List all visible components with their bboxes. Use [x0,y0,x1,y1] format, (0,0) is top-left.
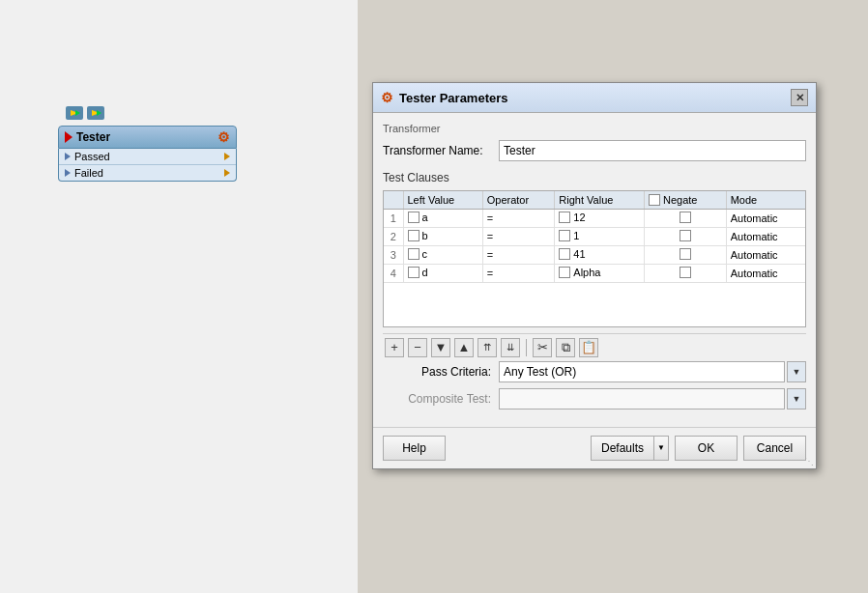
cell-negate-2[interactable] [644,228,726,246]
col-negate: Negate [644,191,726,210]
port-failed[interactable]: Failed [59,165,236,181]
cut-button[interactable]: ✂ [533,338,552,357]
left-checkbox-1[interactable] [408,212,420,223]
test-clauses-section-label: Test Clauses [383,171,806,184]
mini-icon-2 [87,106,104,120]
test-clauses-table-container: Left Value Operator Right Value Negate [383,190,806,327]
paste-button[interactable]: 📋 [579,338,598,357]
dialog-title-text: Tester Parameters [399,91,508,105]
col-operator: Operator [482,191,555,210]
dialog-close-button[interactable]: ✕ [791,89,808,106]
add-row-button[interactable]: + [385,338,404,357]
svg-marker-1 [75,110,80,116]
cell-left-4[interactable]: d [403,265,482,283]
composite-input-wrapper: ▼ [499,388,806,409]
composite-test-input[interactable] [499,388,785,409]
right-checkbox-3[interactable] [559,248,570,260]
right-checkbox-2[interactable] [559,230,570,241]
dialog-body: Transformer Transformer Name: Test Claus… [373,113,816,427]
transformer-name-label: Transformer Name: [383,144,499,157]
canvas-area: Tester ⚙ Passed Failed [0,0,358,593]
table-row[interactable]: 2 b = 1 [384,228,805,246]
port-failed-label: Failed [74,167,103,179]
right-checkbox-4[interactable] [559,267,570,278]
cell-left-1[interactable]: a [403,210,482,228]
cell-right-1[interactable]: 12 [555,210,645,228]
cancel-button[interactable]: Cancel [743,436,806,461]
help-button[interactable]: Help [383,436,446,461]
right-checkbox-1[interactable] [559,212,570,223]
transformer-name-row: Transformer Name: [383,140,806,161]
negate-header-checkbox[interactable] [649,194,660,206]
cell-right-4[interactable]: Alpha [555,265,645,283]
resize-handle[interactable]: ⋱ [804,456,814,466]
move-top-button[interactable]: ⇈ [477,338,497,357]
node-title: Tester [76,130,110,144]
cell-negate-3[interactable] [644,246,726,265]
composite-test-dropdown-btn[interactable]: ▼ [787,388,806,409]
right-val-2: 1 [573,230,579,241]
col-mode: Mode [726,191,805,210]
mini-icon-1 [66,106,83,120]
cell-op-4: = [482,265,555,283]
port-passed-arrow-out [224,153,230,160]
row-num-1: 1 [384,210,403,228]
test-clauses-table: Left Value Operator Right Value Negate [384,191,805,326]
pass-criteria-dropdown-btn[interactable]: ▼ [787,361,806,382]
node-header: Tester ⚙ [58,126,237,149]
composite-test-label: Composite Test: [383,392,499,406]
right-val-1: 12 [573,212,585,223]
tester-node[interactable]: Tester ⚙ Passed Failed [58,126,237,182]
negate-checkbox-3[interactable] [680,248,691,260]
negate-checkbox-4[interactable] [680,267,691,278]
left-checkbox-4[interactable] [408,267,420,278]
left-val-4: d [422,267,428,278]
col-num [384,191,403,210]
cell-mode-2: Automatic [726,228,805,246]
row-num-3: 3 [384,246,403,265]
pass-criteria-select[interactable]: Any Test (OR)All Tests (AND) [499,361,785,382]
footer-left: Help [383,436,446,461]
dialog-footer: Help Defaults ▼ OK Cancel [373,427,816,468]
left-val-2: b [422,230,428,241]
negate-checkbox-2[interactable] [680,230,691,241]
cell-right-3[interactable]: 41 [555,246,645,265]
transformer-name-input[interactable] [499,140,806,161]
cell-negate-4[interactable] [644,265,726,283]
cell-mode-1: Automatic [726,210,805,228]
gear-icon[interactable]: ⚙ [217,129,230,145]
ok-button[interactable]: OK [675,436,738,461]
pass-criteria-select-wrapper: Any Test (OR)All Tests (AND) ▼ [499,361,806,382]
left-checkbox-3[interactable] [408,248,420,260]
negate-checkbox-1[interactable] [680,212,691,223]
node-ports: Passed Failed [58,149,237,182]
table-row[interactable]: 4 d = Alph [384,265,805,283]
row-num-2: 2 [384,228,403,246]
cell-left-2[interactable]: b [403,228,482,246]
copy-button[interactable]: ⧉ [556,338,575,357]
table-row[interactable]: 3 c = 41 [384,246,805,265]
defaults-arrow-button[interactable]: ▼ [653,436,669,461]
right-val-4: Alpha [573,267,600,278]
tester-parameters-dialog: ⚙ Tester Parameters ✕ Transformer Transf… [372,82,817,469]
cell-op-1: = [482,210,555,228]
cell-negate-1[interactable] [644,210,726,228]
transformer-section-label: Transformer [383,123,806,134]
dialog-title: ⚙ Tester Parameters [381,90,508,105]
cell-right-2[interactable]: 1 [555,228,645,246]
pass-criteria-row: Pass Criteria: Any Test (OR)All Tests (A… [383,361,806,382]
move-down-button[interactable]: ▼ [431,338,450,357]
composite-test-row: Composite Test: ▼ [383,388,806,409]
svg-marker-3 [97,110,101,116]
footer-right: Defaults ▼ OK Cancel [591,436,806,461]
dialog-title-icon: ⚙ [381,90,393,105]
port-passed[interactable]: Passed [59,149,236,165]
remove-row-button[interactable]: − [408,338,427,357]
table-row[interactable]: 1 a = 12 [384,210,805,228]
left-checkbox-2[interactable] [408,230,420,241]
cell-left-3[interactable]: c [403,246,482,265]
defaults-main-button[interactable]: Defaults [591,436,653,461]
left-val-1: a [422,212,428,223]
move-bottom-button[interactable]: ⇊ [501,338,520,357]
move-up-button[interactable]: ▲ [454,338,474,357]
